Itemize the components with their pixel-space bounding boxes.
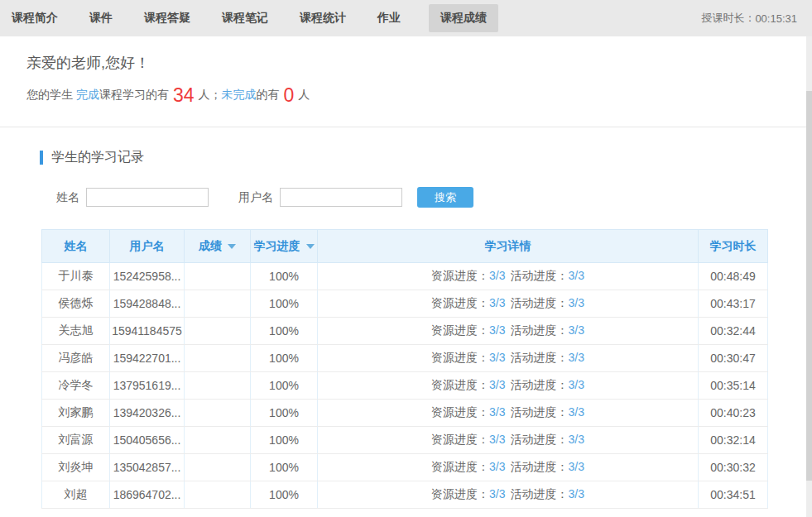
cell-progress: 100% [251,454,318,481]
cell-detail: 资源进度：3/3活动进度：3/3 [318,263,699,290]
activity-progress-link[interactable]: 3/3 [569,323,584,337]
activity-progress-label: 活动进度： [511,460,569,473]
student-records-table: 姓名 用户名 成绩 学习进度 学习详情 学习时长 于川泰 152425958..… [41,229,768,509]
summary-mid3: 的有 [256,88,279,103]
cell-score [185,400,251,427]
resource-progress-label: 资源进度： [431,460,489,473]
tab-course-stats[interactable]: 课程统计 [296,4,349,32]
resource-progress-link[interactable]: 3/3 [489,378,505,391]
resource-progress-label: 资源进度： [431,433,489,446]
resource-progress-link[interactable]: 3/3 [489,460,505,473]
cell-name: 刘炎坤 [42,454,110,481]
resource-progress-label: 资源进度： [431,378,489,391]
resource-progress-link[interactable]: 3/3 [489,351,505,364]
header-score[interactable]: 成绩 [185,230,251,263]
search-button[interactable]: 搜索 [417,187,473,208]
activity-progress-link[interactable]: 3/3 [569,460,584,473]
table-row: 刘富源 150405656... 100% 资源进度：3/3活动进度：3/3 0… [42,427,768,454]
table-row: 冯彦皓 159422701... 100% 资源进度：3/3活动进度：3/3 0… [42,345,768,372]
header-progress[interactable]: 学习进度 [251,230,318,263]
uncompleted-link[interactable]: 未完成 [221,88,256,103]
activity-progress-label: 活动进度： [511,405,569,419]
tab-course-intro[interactable]: 课程简介 [8,4,61,32]
cell-detail: 资源进度：3/3活动进度：3/3 [318,290,699,318]
cell-username: 150405656... [110,427,185,454]
progress-sort-icon[interactable] [306,244,315,249]
table-row: 刘炎坤 135042857... 100% 资源进度：3/3活动进度：3/3 0… [42,454,768,481]
resource-progress-link[interactable]: 3/3 [489,433,505,446]
resource-progress-link[interactable]: 3/3 [489,269,505,282]
cell-name: 于川泰 [42,263,110,290]
cell-name: 关志旭 [42,318,110,345]
uncompleted-count: 0 [283,86,294,105]
activity-progress-link[interactable]: 3/3 [569,433,584,446]
tab-course-grades[interactable]: 课程成绩 [429,4,498,32]
completed-link[interactable]: 完成 [76,88,99,103]
cell-score [185,454,251,481]
activity-progress-link[interactable]: 3/3 [569,487,584,500]
activity-progress-link[interactable]: 3/3 [569,296,584,309]
cell-detail: 资源进度：3/3活动进度：3/3 [318,400,699,427]
summary-mid1: 课程学习的有 [99,88,169,103]
resource-progress-link[interactable]: 3/3 [489,296,505,309]
summary-suffix: 人 [298,88,310,103]
resource-progress-label: 资源进度： [431,405,489,419]
tab-courseware[interactable]: 课件 [86,4,116,32]
cell-duration: 00:34:51 [699,481,768,509]
section-title: 学生的学习记录 [51,149,144,166]
resource-progress-link[interactable]: 3/3 [489,487,505,500]
username-input[interactable] [280,188,402,207]
activity-progress-link[interactable]: 3/3 [569,378,584,391]
resource-progress-link[interactable]: 3/3 [489,323,505,337]
score-sort-icon[interactable] [228,244,236,249]
cell-progress: 100% [251,400,318,427]
activity-progress-link[interactable]: 3/3 [569,269,584,282]
tab-course-notes[interactable]: 课程笔记 [219,4,271,32]
cell-progress: 100% [251,290,318,318]
cell-detail: 资源进度：3/3活动进度：3/3 [318,318,699,345]
activity-progress-label: 活动进度： [511,323,569,337]
name-input[interactable] [86,188,209,207]
resource-progress-label: 资源进度： [431,487,489,500]
cell-username: 135042857... [110,454,185,481]
welcome-block: 亲爱的老师,您好！ 您的学生 完成 课程学习的有 34 人； 未完成 的有 0 … [0,36,812,107]
resource-progress-label: 资源进度： [431,296,489,309]
cell-name: 侯德烁 [42,290,110,318]
resource-progress-link[interactable]: 3/3 [489,405,505,419]
cell-username: 137951619... [110,372,185,400]
cell-name: 冷学冬 [42,372,110,400]
header-duration: 学习时长 [699,230,768,263]
cell-username: 159428848... [110,290,185,318]
cell-username: 15941184575 [110,318,185,345]
table-row: 于川泰 152425958... 100% 资源进度：3/3活动进度：3/3 0… [42,263,768,290]
welcome-summary: 您的学生 完成 课程学习的有 34 人； 未完成 的有 0 人 [26,84,786,107]
header-detail: 学习详情 [318,230,699,263]
teaching-duration-label: 授课时长： [701,11,755,26]
scrollbar-thumb[interactable] [806,91,812,481]
table-row: 冷学冬 137951619... 100% 资源进度：3/3活动进度：3/3 0… [42,372,768,400]
activity-progress-link[interactable]: 3/3 [569,405,584,419]
activity-progress-link[interactable]: 3/3 [569,351,584,364]
resource-progress-label: 资源进度： [431,269,489,282]
cell-username: 152425958... [110,263,185,290]
cell-score [185,481,251,509]
resource-progress-label: 资源进度： [431,323,489,337]
cell-duration: 00:43:17 [699,290,768,318]
cell-duration: 00:48:49 [699,263,768,290]
cell-duration: 00:40:23 [699,400,768,427]
summary-prefix: 您的学生 [26,88,76,103]
cell-duration: 00:32:44 [699,318,768,345]
cell-username: 139420326... [110,400,185,427]
cell-detail: 资源进度：3/3活动进度：3/3 [318,454,699,481]
cell-progress: 100% [251,372,318,400]
cell-score [185,263,251,290]
tab-course-qa[interactable]: 课程答疑 [141,4,194,32]
teaching-duration: 授课时长： 00:15:31 [701,11,805,26]
cell-detail: 资源进度：3/3活动进度：3/3 [318,427,699,454]
activity-progress-label: 活动进度： [511,296,569,309]
cell-progress: 100% [251,481,318,509]
table-row: 关志旭 15941184575 100% 资源进度：3/3活动进度：3/3 00… [42,318,768,345]
table-row: 刘超 186964702... 100% 资源进度：3/3活动进度：3/3 00… [42,481,768,509]
tab-homework[interactable]: 作业 [374,4,404,32]
teaching-duration-value: 00:15:31 [755,12,797,25]
